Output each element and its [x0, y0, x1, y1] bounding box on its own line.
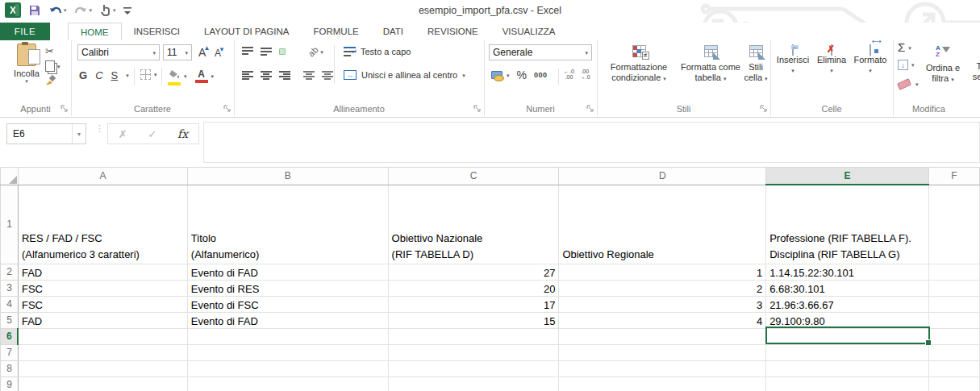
find-select-button[interactable]: Trova eseleziona [967, 45, 980, 82]
alignment-dialog-launcher-icon[interactable] [473, 105, 482, 113]
wrap-text-button[interactable]: Testo a capo [344, 47, 411, 56]
underline-caret-icon[interactable]: ▾ [126, 73, 129, 78]
cell-C3[interactable]: 20 [388, 280, 559, 296]
formula-input[interactable] [203, 122, 980, 163]
cell-D6[interactable] [559, 328, 766, 344]
enter-button[interactable]: ✓ [148, 128, 156, 140]
cancel-button[interactable]: ✗ [119, 128, 127, 140]
format-painter-button[interactable] [45, 75, 56, 88]
cell-F5[interactable] [929, 312, 980, 328]
accounting-format-icon[interactable] [490, 70, 503, 81]
cell-B4[interactable]: Evento di FSC [187, 296, 388, 312]
align-center-button[interactable] [261, 71, 272, 80]
cell-C9[interactable] [388, 376, 559, 391]
font-dialog-launcher-icon[interactable] [223, 105, 231, 113]
cell-D9[interactable] [559, 376, 766, 391]
cell-C4[interactable]: 17 [388, 296, 559, 312]
underline-button[interactable]: S [111, 69, 119, 81]
cell-C7[interactable] [388, 344, 559, 360]
col-header-F[interactable]: F [929, 168, 980, 185]
row-header-6[interactable]: 6 [1, 328, 19, 344]
cell-A6[interactable] [18, 328, 187, 344]
align-left-button[interactable] [242, 71, 253, 80]
col-header-E[interactable]: E [766, 168, 929, 185]
cell-A7[interactable] [18, 344, 187, 360]
row-header-3[interactable]: 3 [1, 280, 19, 296]
format-cells-button[interactable]: Formato ▾ [851, 45, 890, 73]
cell-D7[interactable] [559, 344, 766, 360]
cell-C2[interactable]: 27 [388, 264, 559, 280]
shrink-font-button[interactable]: A▼ [215, 48, 221, 59]
cell-D2[interactable]: 1 [559, 264, 766, 280]
tab-dati[interactable]: DATI [371, 23, 415, 40]
name-box[interactable]: E6 ▾ [6, 123, 86, 144]
conditional-formatting-button[interactable]: ≠ Formattazionecondizionale ▾ [600, 45, 678, 83]
percent-style-button[interactable]: % [517, 69, 527, 81]
col-header-C[interactable]: C [388, 168, 559, 185]
font-color-button[interactable]: A [195, 70, 208, 83]
fill-color-caret-icon[interactable]: ▾ [184, 73, 187, 79]
cut-button[interactable]: ✂ [45, 45, 54, 57]
tab-visualizza[interactable]: VISUALIZZA [490, 23, 568, 40]
cell-E3[interactable]: 6.68:30.101 [766, 280, 929, 296]
row-header-7[interactable]: 7 [1, 344, 19, 360]
align-right-button[interactable] [279, 71, 290, 80]
accounting-caret-icon[interactable]: ▾ [507, 73, 510, 78]
row-header-2[interactable]: 2 [1, 264, 19, 280]
decrease-decimal-button[interactable]: .00 →.0 [580, 69, 590, 80]
fill-button[interactable]: ↓ ▾ [898, 60, 915, 70]
row-header-5[interactable]: 5 [1, 312, 19, 328]
cell-A8[interactable] [18, 360, 187, 376]
tab-home[interactable]: HOME [68, 23, 122, 40]
align-bottom-button[interactable] [279, 48, 286, 55]
selection-box-E6[interactable] [765, 327, 930, 344]
cell-F4[interactable] [929, 296, 980, 312]
cell-F3[interactable] [929, 280, 980, 296]
number-dialog-launcher-icon[interactable] [586, 105, 594, 113]
cell-B8[interactable] [187, 360, 388, 376]
tab-file[interactable]: FILE [0, 23, 50, 40]
cell-B3[interactable]: Evento di RES [187, 280, 388, 296]
increase-indent-button[interactable] [322, 71, 333, 80]
cell-B6[interactable] [187, 328, 388, 344]
name-box-caret-icon[interactable]: ▾ [72, 124, 85, 144]
cell-A2[interactable]: FAD [18, 264, 187, 280]
row-header-9[interactable]: 9 [1, 376, 19, 391]
cell-F8[interactable] [929, 360, 980, 376]
decrease-indent-button[interactable] [303, 71, 315, 80]
cell-E1[interactable]: Professione (RIF TABELLA F). Disciplina … [766, 185, 929, 264]
copy-button[interactable]: ▾ [45, 60, 60, 72]
cell-A4[interactable]: FSC [18, 296, 187, 312]
cell-F6[interactable] [929, 328, 980, 344]
cell-F2[interactable] [929, 264, 980, 280]
insert-cells-button[interactable]: Inserisci ▾ [774, 45, 812, 73]
sort-filter-button[interactable]: AZ Ordina efiltra ▾ [922, 45, 964, 84]
comma-style-button[interactable]: 000 [534, 71, 548, 79]
cell-A1[interactable]: RES / FAD / FSC (Alfanumerico 3 caratter… [18, 185, 187, 264]
tab-inserisci[interactable]: INSERISCI [122, 23, 193, 40]
number-format-select[interactable]: Generale▾ [489, 44, 592, 60]
merge-center-button[interactable]: ↔ Unisci e allinea al centro ▾ [344, 70, 465, 80]
cell-C5[interactable]: 15 [388, 312, 559, 328]
cell-E7[interactable] [766, 344, 929, 360]
fill-color-button[interactable] [168, 67, 181, 85]
autosum-button[interactable]: Σ ▾ [898, 42, 911, 53]
paste-button[interactable]: Incolla ▾ [6, 44, 47, 84]
cell-E9[interactable] [766, 376, 929, 391]
font-color-caret-icon[interactable]: ▾ [211, 73, 215, 79]
grow-font-button[interactable]: A▲ [198, 46, 206, 59]
clipboard-dialog-launcher-icon[interactable] [60, 105, 69, 113]
cell-E8[interactable] [766, 360, 929, 376]
font-name-select[interactable]: Calibri▾ [77, 44, 160, 60]
select-all-corner[interactable] [1, 168, 19, 185]
cell-C8[interactable] [388, 360, 559, 376]
tab-layout-di-pagina[interactable]: LAYOUT DI PAGINA [192, 23, 301, 40]
bold-button[interactable]: G [79, 69, 87, 81]
cell-C1[interactable]: Obiettivo Nazionale (RIF TABELLA D) [388, 185, 559, 264]
format-as-table-button[interactable]: Formatta cometabella ▾ [681, 45, 740, 83]
row-header-1[interactable]: 1 [1, 185, 19, 264]
row-header-4[interactable]: 4 [1, 296, 19, 312]
cell-F9[interactable] [929, 376, 980, 391]
cell-B5[interactable]: Evento di FAD [187, 312, 388, 328]
cell-F1[interactable] [929, 185, 980, 264]
